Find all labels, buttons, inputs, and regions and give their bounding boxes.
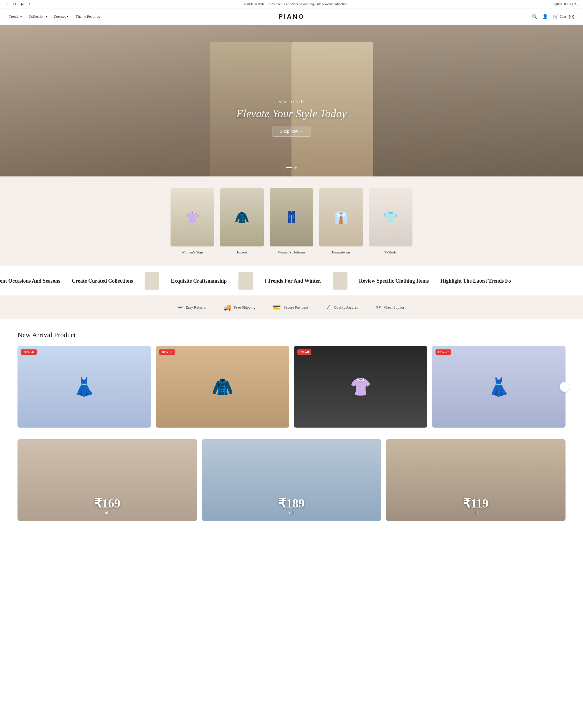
hero-dot-1[interactable] xyxy=(286,167,292,168)
sale-off-3: ₹119 off xyxy=(463,496,489,515)
sale-pct-3: ₹119 xyxy=(463,496,489,511)
trust-quality-assured: ✓ Quality Assured xyxy=(326,304,358,311)
sale-card-3[interactable]: ₹119 off xyxy=(386,439,565,521)
product-card-4[interactable]: 👗 11% off xyxy=(432,346,565,427)
discount-badge-1: 16% off xyxy=(21,349,37,355)
nav-right: 🔍 👤 🛒 Cart (0) xyxy=(532,14,574,19)
category-img-womens-tops: 👚 xyxy=(170,188,214,246)
announcement-text: Sparkle in style! Enjoy exclusive offers… xyxy=(40,2,552,6)
sale-card-1[interactable]: ₹169 off xyxy=(18,439,197,521)
sale-off-2: ₹189 off xyxy=(278,496,305,515)
category-tshirts[interactable]: 👕 T-Shirts xyxy=(369,188,413,255)
trust-secure-payment: 💳 Secure Payment xyxy=(273,304,308,311)
product-card-1[interactable]: 👗 16% off xyxy=(18,346,151,427)
marquee-img-1 xyxy=(145,272,159,290)
sale-label-2: off xyxy=(278,511,305,515)
nav-collection[interactable]: Collection xyxy=(29,14,47,19)
secure-payment-icon: 💳 xyxy=(273,304,281,311)
announcement-bar: f O ▶ X P Sparkle in style! Enjoy exclus… xyxy=(0,0,583,8)
easy-returns-icon: ↩ xyxy=(177,304,183,311)
quality-assured-label: Quality Assured xyxy=(334,305,358,310)
product-grid-next-arrow[interactable]: › xyxy=(560,382,570,392)
pinterest-icon[interactable]: P xyxy=(35,2,40,6)
new-arrivals-section: New Arrival Product 👗 16% off 🧥 18% off … xyxy=(0,319,583,439)
easy-returns-label: Easy Returns xyxy=(186,305,206,310)
sale-card-2[interactable]: ₹189 off xyxy=(202,439,381,521)
trust-free-shipping: 🚚 Free Shipping xyxy=(223,304,255,311)
category-womens-bottoms[interactable]: 👖 Women's Bottoms xyxy=(270,188,313,255)
new-arrivals-title: New Arrival Product xyxy=(18,331,565,339)
marquee-section: ent Occasions And Seasons Create Curated… xyxy=(0,266,583,295)
language-selector[interactable]: English xyxy=(552,2,562,6)
marquee-text-5: Review Specific Clothing Items xyxy=(359,278,429,284)
product-card-2[interactable]: 🧥 18% off xyxy=(156,346,289,427)
category-womens-tops[interactable]: 👚 Women's Tops xyxy=(170,188,214,255)
hero-dot-2[interactable] xyxy=(295,166,297,169)
sale-pct-2: ₹189 xyxy=(278,496,305,511)
sale-section: ₹169 off ₹189 off ₹119 off xyxy=(0,439,583,532)
hero-content: New arrivals Elevate Your Style Today Sh… xyxy=(237,100,346,137)
nav-dresses[interactable]: Dresses xyxy=(54,14,68,19)
cart-label: Cart (0) xyxy=(560,14,574,19)
search-icon[interactable]: 🔍 xyxy=(532,14,537,19)
product-grid: 👗 16% off 🧥 18% off 👚 6% off 👗 11% off › xyxy=(18,346,565,427)
sale-label-1: off xyxy=(94,511,120,515)
instagram-icon[interactable]: O xyxy=(12,2,17,6)
social-icons: f O ▶ X P xyxy=(5,2,40,6)
marquee-img-2 xyxy=(239,272,253,290)
marquee-img-3 xyxy=(333,272,348,290)
youtube-icon[interactable]: ▶ xyxy=(20,2,25,6)
product-img-1: 👗 xyxy=(18,346,151,427)
hero-cta-button[interactable]: Shop now → xyxy=(273,126,310,137)
hero-next-arrow[interactable]: › xyxy=(299,164,301,171)
sale-off-1: ₹169 off xyxy=(94,496,120,515)
main-nav: Trends Collection Dresses Theme Features… xyxy=(0,8,583,25)
category-label-jackets: Jackets xyxy=(237,250,248,255)
lang-region[interactable]: English India ( ₹ ) xyxy=(552,2,578,6)
trust-bar: ↩ Easy Returns 🚚 Free Shipping 💳 Secure … xyxy=(0,295,583,319)
hero-prev-arrow[interactable]: ‹ xyxy=(282,164,284,171)
great-support-icon: ✂ xyxy=(376,304,381,311)
facebook-icon[interactable]: f xyxy=(5,2,9,6)
discount-badge-4: 11% off xyxy=(436,349,451,355)
free-shipping-icon: 🚚 xyxy=(223,304,231,311)
category-formalwear[interactable]: 👔 Formalwear xyxy=(319,188,363,255)
category-img-womens-bottoms: 👖 xyxy=(270,188,313,246)
category-label-tshirts: T-Shirts xyxy=(385,250,396,255)
hero-subtitle: New arrivals xyxy=(237,100,346,104)
marquee-text-3: Exquisite Craftsmanship xyxy=(171,278,227,284)
nav-theme-features[interactable]: Theme Features xyxy=(76,14,100,19)
sale-pct-1: ₹169 xyxy=(94,496,120,511)
category-img-tshirts: 👕 xyxy=(369,188,413,246)
product-img-3: 👚 xyxy=(294,346,427,427)
category-img-jackets: 🧥 xyxy=(220,188,264,246)
product-img-4: 👗 xyxy=(432,346,565,427)
hero-section: New arrivals Elevate Your Style Today Sh… xyxy=(0,25,583,177)
nav-trends[interactable]: Trends xyxy=(9,14,22,19)
product-img-2: 🧥 xyxy=(156,346,289,427)
hero-title: Elevate Your Style Today xyxy=(237,107,346,120)
secure-payment-label: Secure Payment xyxy=(284,305,308,310)
account-icon[interactable]: 👤 xyxy=(542,14,548,19)
category-jackets[interactable]: 🧥 Jackets xyxy=(220,188,264,255)
twitter-icon[interactable]: X xyxy=(27,2,32,6)
marquee-text-1: ent Occasions And Seasons xyxy=(0,278,60,284)
category-label-womens-tops: Women's Tops xyxy=(181,250,203,255)
site-logo[interactable]: PIANO xyxy=(278,13,305,20)
hero-pagination: ‹ › xyxy=(282,164,301,171)
category-label-formalwear: Formalwear xyxy=(332,250,351,255)
great-support-label: Great Support xyxy=(384,305,406,310)
sale-label-3: off xyxy=(463,511,489,515)
trust-easy-returns: ↩ Easy Returns xyxy=(177,304,206,311)
discount-badge-3: 6% off xyxy=(297,349,311,355)
product-card-3[interactable]: 👚 6% off xyxy=(294,346,427,427)
sale-grid: ₹169 off ₹189 off ₹119 off xyxy=(18,439,565,521)
quality-assured-icon: ✓ xyxy=(326,304,331,311)
marquee-text-6: Highlight The Latest Trends Fo xyxy=(441,278,511,284)
region-selector[interactable]: India ( ₹ ) xyxy=(564,2,578,6)
categories-section: 👚 Women's Tops 🧥 Jackets 👖 Women's Botto… xyxy=(0,177,583,266)
cart-icon[interactable]: 🛒 Cart (0) xyxy=(553,14,574,19)
category-label-womens-bottoms: Women's Bottoms xyxy=(278,250,305,255)
discount-badge-2: 18% off xyxy=(159,349,175,355)
nav-left: Trends Collection Dresses Theme Features xyxy=(9,14,100,19)
